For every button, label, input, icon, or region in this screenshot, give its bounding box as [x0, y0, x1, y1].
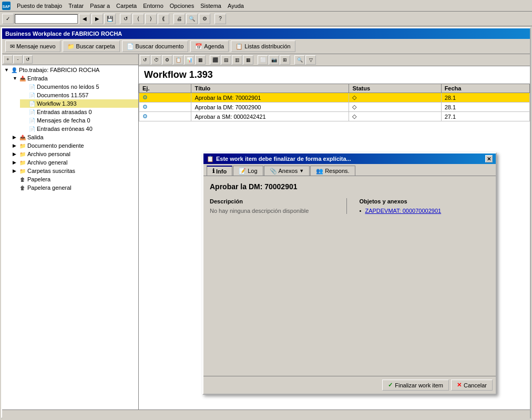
cancel-btn[interactable]: ✕ Cancelar — [451, 380, 493, 391]
object-link-item: • ZAPDEVMAT: 000070002901 — [360, 208, 490, 214]
modal-item-title: Aprobar la DM: 70002901 — [210, 182, 489, 191]
log-tab-icon: 📝 — [239, 168, 246, 175]
modal-objects-section: Objetos y anexos • ZAPDEVMAT: 0000700029… — [357, 198, 490, 214]
cancel-icon: ✕ — [457, 382, 462, 388]
modal-content: Aprobar la DM: 70002901 Descripción No h… — [203, 176, 496, 376]
objects-label: Objetos y anexos — [360, 198, 490, 204]
tab-log[interactable]: 📝 Log — [233, 166, 263, 176]
anexos-tab-icon: 📎 — [270, 168, 277, 175]
tab-respons[interactable]: 👥 Respons. — [310, 166, 355, 176]
modal-close-btn[interactable]: ✕ — [485, 155, 493, 162]
tab-anexos[interactable]: 📎 Anexos ▼ — [264, 166, 310, 176]
modal-overlay: 📋 Este work item debe finalizar de forma… — [0, 0, 532, 420]
modal-description-section: Descripción No hay ninguna descripción d… — [210, 198, 347, 214]
description-label: Descripción — [210, 198, 340, 204]
modal-title-content: 📋 Este work item debe finalizar de forma… — [207, 156, 351, 162]
modal-title-icon: 📋 — [207, 156, 214, 162]
modal-title-bar: 📋 Este work item debe finalizar de forma… — [203, 153, 496, 164]
respons-tab-icon: 👥 — [316, 168, 323, 175]
bullet-icon: • — [360, 208, 362, 214]
finalize-btn[interactable]: ✓ Finalizar work item — [382, 380, 449, 391]
modal-footer: ✓ Finalizar work item ✕ Cancelar — [203, 376, 496, 394]
modal-title-text: Este work item debe finalizar de forma e… — [216, 156, 351, 162]
modal-body: Descripción No hay ninguna descripción d… — [210, 198, 489, 214]
info-tab-icon: ℹ — [212, 168, 214, 175]
tab-info[interactable]: ℹ Info — [207, 166, 232, 176]
modal-tabs: ℹ Info 📝 Log 📎 Anexos ▼ 👥 Respons. — [203, 164, 496, 176]
object-link[interactable]: ZAPDEVMAT: 000070002901 — [365, 208, 441, 214]
description-text: No hay ninguna descripción disponible — [210, 208, 340, 214]
modal-dialog: 📋 Este work item debe finalizar de forma… — [202, 152, 497, 395]
checkmark-icon: ✓ — [388, 382, 393, 388]
